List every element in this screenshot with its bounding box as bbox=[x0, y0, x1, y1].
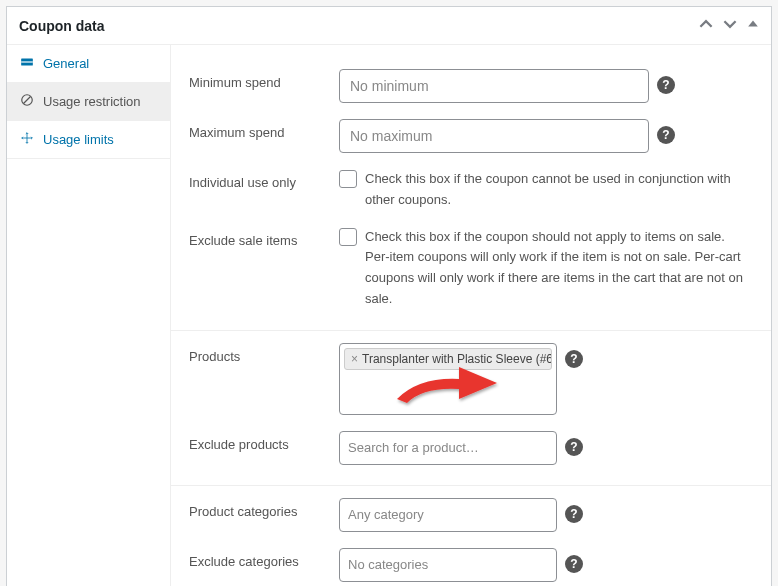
exclude-products-label: Exclude products bbox=[189, 431, 339, 452]
exclude-sale-desc: Check this box if the coupon should not … bbox=[365, 227, 753, 310]
individual-use-desc: Check this box if the coupon cannot be u… bbox=[365, 169, 753, 211]
exclude-products-select[interactable]: Search for a product… bbox=[339, 431, 557, 465]
svg-line-3 bbox=[24, 97, 31, 104]
help-icon[interactable]: ? bbox=[565, 555, 583, 573]
coupon-data-panel: Coupon data General bbox=[6, 6, 772, 586]
panel-move-up-icon[interactable] bbox=[699, 17, 713, 34]
individual-use-label: Individual use only bbox=[189, 169, 339, 190]
remove-token-icon[interactable]: × bbox=[351, 352, 358, 366]
field-exclude-sale: Exclude sale items Check this box if the… bbox=[171, 219, 771, 318]
move-icon bbox=[19, 131, 35, 148]
minimum-spend-input[interactable] bbox=[339, 69, 649, 103]
usage-restriction-form: Minimum spend ? Maximum spend ? bbox=[171, 45, 771, 586]
product-categories-select[interactable]: Any category bbox=[339, 498, 557, 532]
tab-usage-restriction[interactable]: Usage restriction bbox=[7, 83, 170, 121]
field-minimum-spend: Minimum spend ? bbox=[171, 61, 771, 111]
maximum-spend-label: Maximum spend bbox=[189, 119, 339, 140]
field-exclude-categories: Exclude categories No categories ? bbox=[171, 540, 771, 586]
tab-general[interactable]: General bbox=[7, 45, 170, 83]
panel-header: Coupon data bbox=[7, 7, 771, 45]
tab-label: Usage restriction bbox=[43, 94, 141, 109]
panel-title: Coupon data bbox=[19, 18, 105, 34]
exclude-categories-label: Exclude categories bbox=[189, 548, 339, 569]
ticket-icon bbox=[19, 55, 35, 72]
tab-label: General bbox=[43, 56, 89, 71]
field-maximum-spend: Maximum spend ? bbox=[171, 111, 771, 161]
tab-label: Usage limits bbox=[43, 132, 114, 147]
maximum-spend-input[interactable] bbox=[339, 119, 649, 153]
field-products: Products × Transplanter with Plastic Sle… bbox=[171, 335, 771, 423]
help-icon[interactable]: ? bbox=[565, 438, 583, 456]
individual-use-checkbox[interactable] bbox=[339, 170, 357, 188]
panel-collapse-icon[interactable] bbox=[747, 17, 759, 34]
help-icon[interactable]: ? bbox=[657, 126, 675, 144]
field-exclude-products: Exclude products Search for a product… ? bbox=[171, 423, 771, 473]
field-individual-use: Individual use only Check this box if th… bbox=[171, 161, 771, 219]
exclude-products-placeholder: Search for a product… bbox=[344, 436, 483, 459]
exclude-categories-select[interactable]: No categories bbox=[339, 548, 557, 582]
tab-usage-limits[interactable]: Usage limits bbox=[7, 121, 170, 159]
help-icon[interactable]: ? bbox=[565, 350, 583, 368]
product-token[interactable]: × Transplanter with Plastic Sleeve (#69 bbox=[344, 348, 552, 370]
help-icon[interactable]: ? bbox=[657, 76, 675, 94]
block-icon bbox=[19, 93, 35, 110]
product-categories-placeholder: Any category bbox=[344, 503, 428, 526]
svg-rect-1 bbox=[21, 61, 33, 62]
exclude-sale-label: Exclude sale items bbox=[189, 227, 339, 248]
help-icon[interactable]: ? bbox=[565, 505, 583, 523]
panel-move-down-icon[interactable] bbox=[723, 17, 737, 34]
product-categories-label: Product categories bbox=[189, 498, 339, 519]
field-product-categories: Product categories Any category ? bbox=[171, 490, 771, 540]
exclude-sale-checkbox[interactable] bbox=[339, 228, 357, 246]
minimum-spend-label: Minimum spend bbox=[189, 69, 339, 90]
coupon-tabs: General Usage restriction Usage limits bbox=[7, 45, 171, 586]
products-label: Products bbox=[189, 343, 339, 364]
exclude-categories-placeholder: No categories bbox=[344, 553, 432, 576]
products-select[interactable]: × Transplanter with Plastic Sleeve (#69 bbox=[339, 343, 557, 415]
product-token-label: Transplanter with Plastic Sleeve (#69 bbox=[362, 352, 552, 366]
